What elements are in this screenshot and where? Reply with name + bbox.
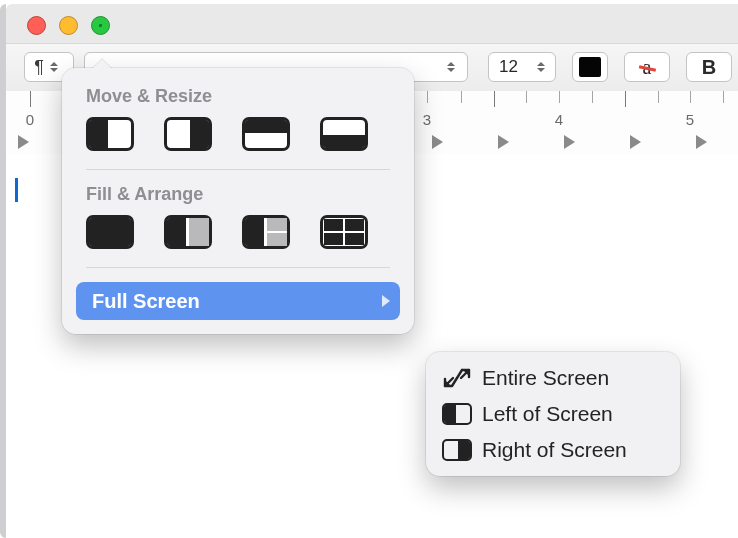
separator	[86, 169, 390, 170]
arrange-left-quarters-button[interactable]	[242, 215, 290, 249]
right-of-screen-label: Right of Screen	[482, 438, 627, 462]
ruler-label: 3	[423, 111, 431, 128]
window-layout-popover: Move & Resize Fill & Arrange Full Screen	[62, 68, 414, 334]
entire-screen-label: Entire Screen	[482, 366, 609, 390]
chevron-up-down-icon	[537, 62, 545, 72]
arrange-left-right-button[interactable]	[164, 215, 212, 249]
strikethrough-color-button[interactable]: a	[624, 52, 670, 82]
strikethrough-icon: a	[643, 56, 652, 79]
tab-stop-marker[interactable]	[432, 135, 443, 149]
tab-stop-marker[interactable]	[18, 135, 29, 149]
tile-left-half-button[interactable]	[86, 117, 134, 151]
chevron-up-down-icon	[447, 62, 455, 72]
tab-stop-marker[interactable]	[696, 135, 707, 149]
traffic-lights	[27, 16, 110, 35]
move-resize-heading: Move & Resize	[86, 86, 390, 107]
left-of-screen-label: Left of Screen	[482, 402, 613, 426]
tile-right-half-button[interactable]	[164, 117, 212, 151]
left-half-icon	[442, 403, 472, 425]
text-cursor	[15, 178, 18, 202]
ruler-label: 0	[26, 111, 34, 128]
pilcrow-icon: ¶	[34, 57, 44, 78]
tile-bottom-half-button[interactable]	[320, 117, 368, 151]
right-of-screen-item[interactable]: Right of Screen	[434, 432, 672, 468]
color-swatch-icon	[579, 57, 601, 77]
bold-icon: B	[702, 56, 716, 79]
tile-top-half-button[interactable]	[242, 117, 290, 151]
tab-stop-marker[interactable]	[630, 135, 641, 149]
font-size-value: 12	[499, 57, 518, 77]
separator	[86, 267, 390, 268]
minimize-window-button[interactable]	[59, 16, 78, 35]
arrange-quarters-button[interactable]	[320, 215, 368, 249]
tab-stop-marker[interactable]	[498, 135, 509, 149]
full-screen-menu-item[interactable]: Full Screen	[76, 282, 400, 320]
title-bar[interactable]	[6, 4, 738, 43]
font-size-select[interactable]: 12	[488, 52, 556, 82]
bold-button[interactable]: B	[686, 52, 732, 82]
full-screen-label: Full Screen	[92, 290, 200, 313]
entire-screen-item[interactable]: Entire Screen	[434, 360, 672, 396]
left-of-screen-item[interactable]: Left of Screen	[434, 396, 672, 432]
tab-stop-marker[interactable]	[564, 135, 575, 149]
full-screen-submenu: Entire Screen Left of Screen Right of Sc…	[426, 352, 680, 476]
zoom-window-button[interactable]	[91, 16, 110, 35]
right-half-icon	[442, 439, 472, 461]
close-window-button[interactable]	[27, 16, 46, 35]
ruler-label: 4	[555, 111, 563, 128]
chevron-right-icon	[382, 295, 390, 307]
chevron-up-down-icon	[50, 62, 58, 72]
ruler-label: 5	[686, 111, 694, 128]
fill-screen-button[interactable]	[86, 215, 134, 249]
fill-arrange-heading: Fill & Arrange	[86, 184, 390, 205]
expand-arrows-icon	[442, 367, 472, 389]
text-color-well[interactable]	[572, 52, 608, 82]
